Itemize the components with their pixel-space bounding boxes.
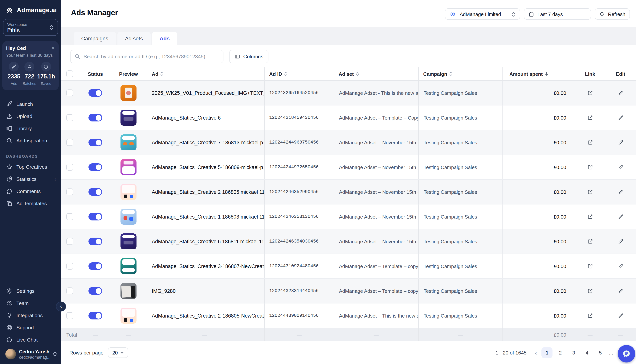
workspace-selector[interactable]: Workspace Pihla bbox=[3, 19, 58, 36]
row-checkbox[interactable] bbox=[66, 213, 73, 220]
rows-per-page-select[interactable]: 20 bbox=[108, 347, 128, 358]
sidebar-item-ad-templates[interactable]: Ad Templates bbox=[0, 197, 61, 210]
sidebar-item-launch[interactable]: Launch bbox=[0, 98, 61, 110]
refresh-button[interactable]: Refresh bbox=[595, 8, 630, 20]
status-toggle[interactable] bbox=[88, 188, 102, 196]
sidebar-item-support[interactable]: Support bbox=[0, 321, 61, 334]
page-button[interactable]: 5 bbox=[595, 347, 606, 358]
external-link-icon[interactable] bbox=[587, 139, 593, 146]
status-toggle[interactable] bbox=[88, 114, 102, 122]
collapse-sidebar-button[interactable]: ‹ bbox=[56, 302, 66, 312]
row-checkbox[interactable] bbox=[66, 188, 73, 195]
ad-name[interactable]: AdManage_Statics_Creative 7-186813-micka… bbox=[145, 130, 264, 154]
sidebar-item-integrations[interactable]: Integrations bbox=[0, 309, 61, 321]
sidebar-item-ad-inspiration[interactable]: Ad Inspiration bbox=[0, 134, 61, 146]
prev-page-button[interactable]: ‹ bbox=[533, 349, 539, 356]
status-toggle[interactable] bbox=[88, 262, 102, 270]
pencil-icon[interactable] bbox=[617, 164, 623, 170]
ad-thumbnail[interactable] bbox=[120, 258, 136, 274]
date-range-selector[interactable]: Last 7 days bbox=[524, 8, 591, 20]
sidebar-item-top-creatives[interactable]: Top Creatives bbox=[0, 161, 61, 173]
search-input[interactable] bbox=[70, 50, 224, 63]
external-link-icon[interactable] bbox=[587, 288, 593, 294]
pencil-icon[interactable] bbox=[617, 263, 623, 269]
pencil-icon[interactable] bbox=[617, 90, 623, 96]
ad-name[interactable]: AdManage_Statics_Creative 2-186805-NewCr… bbox=[145, 304, 264, 328]
select-all-checkbox[interactable] bbox=[66, 70, 73, 77]
ad-thumbnail[interactable] bbox=[120, 184, 136, 200]
row-checkbox[interactable] bbox=[66, 238, 73, 245]
user-menu[interactable]: Cedric Yarish ced@admanag... bbox=[0, 346, 61, 364]
ad-thumbnail[interactable] bbox=[120, 159, 136, 175]
ad-thumbnail[interactable] bbox=[120, 308, 136, 324]
row-checkbox[interactable] bbox=[66, 114, 73, 121]
sidebar-item-settings[interactable]: Settings bbox=[0, 285, 61, 297]
pencil-icon[interactable] bbox=[617, 238, 623, 244]
status-toggle[interactable] bbox=[88, 287, 102, 295]
pencil-icon[interactable] bbox=[617, 312, 623, 319]
pencil-icon[interactable] bbox=[617, 114, 623, 121]
sidebar-item-statistics[interactable]: Statistics › bbox=[0, 173, 61, 185]
tab-ad-sets[interactable]: Ad sets bbox=[117, 32, 150, 45]
status-toggle[interactable] bbox=[88, 163, 102, 171]
row-checkbox[interactable] bbox=[66, 312, 73, 319]
external-link-icon[interactable] bbox=[587, 238, 593, 244]
external-link-icon[interactable] bbox=[587, 214, 593, 220]
columns-button[interactable]: Columns bbox=[229, 50, 269, 63]
ad-name[interactable]: AdManage_Statics_Creative 5-186809-micka… bbox=[145, 155, 264, 179]
sidebar-item-upload[interactable]: Upload bbox=[0, 110, 61, 122]
ad-thumbnail[interactable] bbox=[120, 110, 136, 126]
page-button[interactable]: 3 bbox=[568, 347, 579, 358]
external-link-icon[interactable] bbox=[587, 312, 593, 319]
pencil-icon[interactable] bbox=[617, 139, 623, 146]
ad-thumbnail[interactable] bbox=[120, 85, 136, 101]
row-checkbox[interactable] bbox=[66, 139, 73, 146]
tab-ads[interactable]: Ads bbox=[152, 32, 177, 45]
status-toggle[interactable] bbox=[88, 238, 102, 245]
ad-thumbnail[interactable] bbox=[120, 234, 136, 250]
brand[interactable]: Admanage.ai bbox=[0, 0, 61, 14]
ad-name[interactable]: AdManage_Statics_Creative 6 186811 micka… bbox=[145, 229, 264, 254]
sidebar-item-team[interactable]: Team bbox=[0, 297, 61, 309]
external-link-icon[interactable] bbox=[587, 263, 593, 269]
page-button[interactable]: 1 bbox=[541, 347, 552, 358]
ad-thumbnail[interactable] bbox=[120, 283, 136, 299]
ad-name[interactable]: IMG_9280 bbox=[145, 279, 264, 303]
row-checkbox[interactable] bbox=[66, 90, 73, 96]
page-button[interactable]: 4 bbox=[581, 347, 592, 358]
ad-name[interactable]: 2025_WK25_V01_Product_Focused_IMG+TEXT_( bbox=[145, 81, 264, 105]
ad-name[interactable]: AdManage_Statics_Creative 1 186803 micka… bbox=[145, 204, 264, 229]
page-button[interactable]: 2 bbox=[555, 347, 566, 358]
external-link-icon[interactable] bbox=[587, 164, 593, 170]
sidebar-item-live-chat[interactable]: Live Chat bbox=[0, 334, 61, 346]
external-link-icon[interactable] bbox=[587, 114, 593, 121]
external-link-icon[interactable] bbox=[587, 90, 593, 96]
column-header-campaign[interactable]: Campaign bbox=[418, 68, 502, 80]
status-toggle[interactable] bbox=[88, 89, 102, 97]
pencil-icon[interactable] bbox=[617, 214, 623, 220]
external-link-icon[interactable] bbox=[587, 189, 593, 195]
ad-name[interactable]: AdManage_Statics_Creative 3-186807-NewCr… bbox=[145, 254, 264, 278]
ad-account-selector[interactable]: AdManage Limited bbox=[445, 8, 520, 20]
row-checkbox[interactable] bbox=[66, 288, 73, 294]
chat-fab-button[interactable] bbox=[618, 345, 635, 362]
pencil-icon[interactable] bbox=[617, 288, 623, 294]
ad-thumbnail[interactable] bbox=[120, 209, 136, 225]
sidebar-item-comments[interactable]: Comments bbox=[0, 185, 61, 197]
ad-thumbnail[interactable] bbox=[120, 134, 136, 150]
close-icon[interactable]: ✕ bbox=[51, 46, 55, 50]
ad-name[interactable]: AdManage_Statics_Creative 6 bbox=[145, 106, 264, 130]
column-header-amount-spent[interactable]: Amount spent bbox=[502, 68, 575, 80]
row-checkbox[interactable] bbox=[66, 164, 73, 170]
tab-campaigns[interactable]: Campaigns bbox=[74, 32, 116, 45]
row-checkbox[interactable] bbox=[66, 263, 73, 270]
status-toggle[interactable] bbox=[88, 213, 102, 220]
sidebar-item-library[interactable]: Library bbox=[0, 122, 61, 134]
pencil-icon[interactable] bbox=[617, 189, 623, 195]
column-header-ad[interactable]: Ad bbox=[145, 68, 264, 80]
ad-name[interactable]: AdManage_Statics_Creative 2 186805 micka… bbox=[145, 180, 264, 204]
status-toggle[interactable] bbox=[88, 312, 102, 320]
column-header-ad-set[interactable]: Ad set bbox=[334, 68, 418, 80]
status-toggle[interactable] bbox=[88, 138, 102, 146]
column-header-ad-id[interactable]: Ad ID bbox=[264, 68, 334, 80]
